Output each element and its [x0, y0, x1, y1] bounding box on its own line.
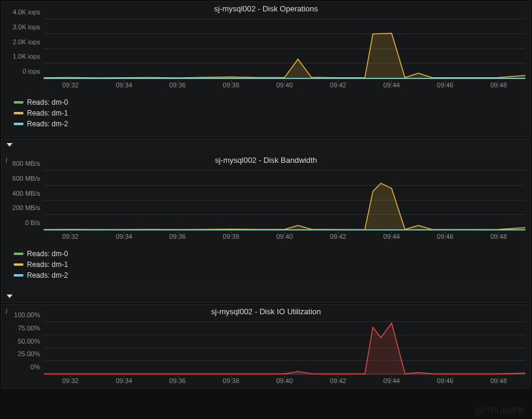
- x-tick-label: 09:32: [62, 81, 79, 89]
- x-tick-label: 09:46: [437, 377, 454, 384]
- info-icon[interactable]: i: [5, 156, 7, 165]
- legend-item[interactable]: Reads: dm-2: [14, 120, 525, 128]
- y-tick-label: 0 B/s: [25, 219, 44, 226]
- y-tick-label: 4.0K iops: [13, 8, 44, 16]
- x-tick-label: 09:36: [169, 377, 186, 384]
- chevron-down-icon: [7, 143, 13, 147]
- panel-title: sj-mysql002 - Disk Bandwidth: [2, 153, 530, 171]
- legend-swatch: [14, 263, 23, 266]
- x-tick-label: 09:44: [384, 233, 400, 240]
- x-tick-label: 09:44: [384, 377, 400, 384]
- x-tick-label: 09:44: [384, 81, 400, 89]
- y-tick-label: 1.0K iops: [13, 53, 44, 60]
- disk-io-utilization-chart[interactable]: 0%25.00%50.00%75.00%100.00% 09:3209:3409…: [44, 322, 525, 388]
- legend-label: Reads: dm-0: [27, 250, 68, 258]
- x-tick-label: 09:48: [491, 81, 507, 89]
- x-tick-label: 09:34: [115, 81, 132, 89]
- x-tick-label: 09:46: [437, 81, 454, 89]
- legend-item[interactable]: Reads: dm-2: [14, 271, 525, 280]
- legend-label: Reads: dm-0: [27, 98, 68, 107]
- y-tick-label: 0%: [31, 363, 44, 371]
- x-tick-label: 09:48: [491, 233, 507, 240]
- x-tick-label: 09:32: [62, 377, 79, 384]
- x-tick-label: 09:42: [330, 377, 346, 384]
- legend-label: Reads: dm-2: [27, 271, 68, 280]
- y-tick-label: 600 MB/s: [13, 175, 44, 182]
- legend-swatch: [14, 112, 23, 114]
- info-icon[interactable]: i: [5, 307, 7, 316]
- disk-operations-panel: sj-mysql002 - Disk Operations 0 iops1.0K…: [1, 1, 531, 137]
- legend-item[interactable]: Reads: dm-0: [14, 98, 525, 107]
- x-tick-label: 09:48: [491, 377, 507, 384]
- panel-title: sj-mysql002 - Disk Operations: [2, 2, 530, 19]
- legend-item[interactable]: Reads: dm-0: [14, 250, 525, 258]
- y-tick-label: 200 MB/s: [13, 204, 44, 211]
- row-collapse[interactable]: [1, 290, 531, 303]
- legend-label: Reads: dm-1: [27, 109, 68, 117]
- x-tick-label: 09:42: [330, 81, 346, 89]
- x-tick-label: 09:36: [169, 81, 186, 89]
- legend-swatch: [14, 101, 23, 104]
- y-tick-label: 50.00%: [18, 338, 44, 345]
- chevron-down-icon: [7, 294, 13, 298]
- y-tick-label: 100.00%: [14, 311, 44, 318]
- x-tick-label: 09:36: [169, 233, 186, 240]
- row-collapse[interactable]: [1, 138, 531, 151]
- x-tick-label: 09:42: [330, 233, 346, 240]
- legend-swatch: [14, 253, 23, 255]
- disk-operations-chart[interactable]: 0 iops1.0K iops2.0K iops3.0K iops4.0K io…: [44, 19, 525, 92]
- legend-swatch: [14, 274, 23, 277]
- legend-label: Reads: dm-1: [27, 260, 68, 269]
- y-tick-label: 25.00%: [18, 350, 44, 357]
- y-tick-label: 3.0K iops: [13, 23, 44, 31]
- disk-bandwidth-chart[interactable]: 0 B/s200 MB/s400 MB/s600 MB/s800 MB/s 09…: [44, 171, 525, 244]
- x-tick-label: 09:38: [223, 233, 239, 240]
- legend: Reads: dm-0Reads: dm-1Reads: dm-2: [2, 92, 530, 136]
- disk-bandwidth-panel: i sj-mysql002 - Disk Bandwidth 0 B/s200 …: [1, 153, 531, 289]
- x-tick-label: 09:34: [115, 377, 132, 384]
- legend-label: Reads: dm-2: [27, 120, 68, 128]
- x-tick-label: 09:32: [62, 233, 79, 240]
- legend-swatch: [14, 123, 23, 125]
- legend-item[interactable]: Reads: dm-1: [14, 109, 525, 117]
- x-tick-label: 09:38: [223, 377, 239, 384]
- y-tick-label: 0 iops: [23, 68, 44, 75]
- x-tick-label: 09:40: [276, 233, 293, 240]
- legend: Reads: dm-0Reads: dm-1Reads: dm-2: [2, 244, 530, 288]
- y-tick-label: 400 MB/s: [13, 190, 44, 197]
- x-tick-label: 09:40: [276, 81, 293, 89]
- panel-title: sj-mysql002 - Disk IO Utilization: [2, 305, 530, 322]
- disk-io-utilization-panel: i sj-mysql002 - Disk IO Utilization 0%25…: [1, 304, 531, 388]
- legend-item[interactable]: Reads: dm-1: [14, 260, 525, 269]
- y-tick-label: 800 MB/s: [13, 160, 44, 167]
- y-tick-label: 2.0K iops: [13, 38, 44, 45]
- x-tick-label: 09:40: [276, 377, 293, 384]
- x-tick-label: 09:34: [115, 233, 132, 240]
- x-tick-label: 09:38: [223, 81, 239, 89]
- y-tick-label: 75.00%: [18, 324, 44, 332]
- x-tick-label: 09:46: [437, 233, 454, 240]
